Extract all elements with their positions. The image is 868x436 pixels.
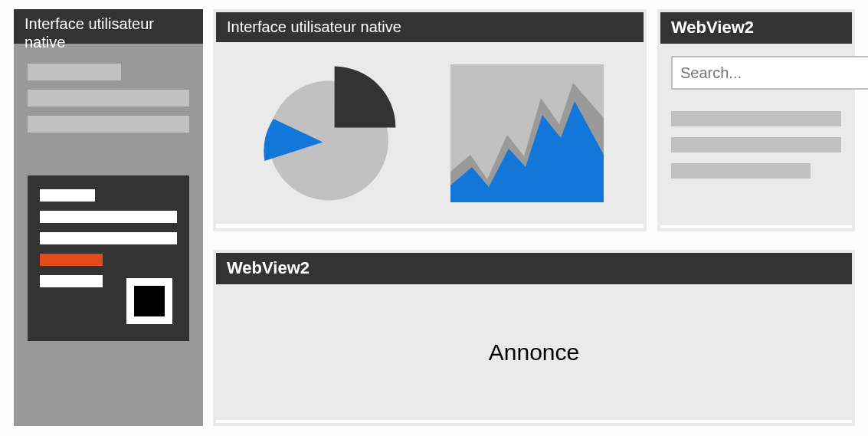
search-input[interactable] xyxy=(671,56,868,90)
panel-title: WebView2 xyxy=(660,12,852,44)
pie-chart-icon xyxy=(256,61,401,206)
panel-title: Interface utilisateur native xyxy=(216,12,644,42)
panel-title: Interface utilisateur native xyxy=(14,9,203,44)
placeholder-line xyxy=(40,189,95,202)
result-bar xyxy=(671,111,841,126)
placeholder-line xyxy=(40,232,177,244)
panel-title: WebView2 xyxy=(216,253,852,284)
ad-label: Annonce xyxy=(489,339,579,366)
result-bar xyxy=(671,137,841,152)
charts-body xyxy=(216,42,644,224)
webview2-panel-ad: WebView2 Annonce xyxy=(213,250,855,426)
placeholder-line xyxy=(40,275,103,287)
native-ui-body xyxy=(14,44,203,426)
placeholder-bar xyxy=(28,64,121,80)
search-row xyxy=(671,56,841,90)
placeholder-bar xyxy=(28,90,189,107)
native-ui-panel-left: Interface utilisateur native xyxy=(14,9,203,426)
search-body xyxy=(660,44,852,225)
diagram-canvas: Interface utilisateur native Interface u… xyxy=(0,0,868,436)
native-ui-panel-charts: Interface utilisateur native xyxy=(213,9,647,231)
placeholder-bar xyxy=(28,116,189,133)
accent-bar xyxy=(40,254,103,266)
ad-body: Annonce xyxy=(216,284,852,420)
stop-square-icon xyxy=(126,278,172,324)
area-chart-icon xyxy=(450,64,604,202)
webview2-panel-search: WebView2 xyxy=(657,9,855,231)
placeholder-line xyxy=(40,211,177,223)
result-bar xyxy=(671,163,811,179)
document-card xyxy=(28,175,189,341)
